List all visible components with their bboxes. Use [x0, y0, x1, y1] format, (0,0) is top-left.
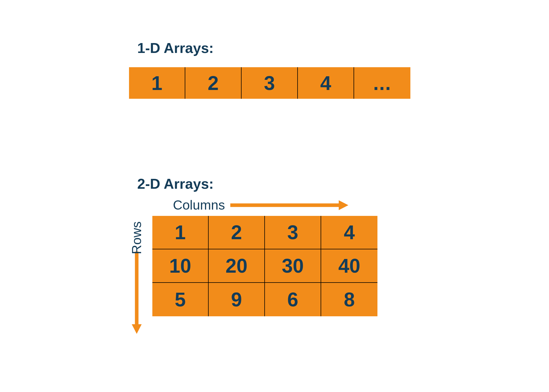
grid-cell: 1 — [152, 216, 209, 249]
grid-row: 5 9 6 8 — [152, 283, 377, 316]
one-d-cell: 3 — [242, 67, 298, 99]
grid-cell: 3 — [265, 216, 321, 249]
grid-row: 1 2 3 4 — [152, 216, 377, 249]
one-d-cell: 2 — [185, 67, 242, 99]
arrow-right-icon — [230, 200, 348, 211]
columns-label: Columns — [173, 198, 225, 213]
one-d-title: 1-D Arrays: — [137, 40, 410, 56]
grid-cell: 5 — [152, 283, 209, 316]
two-d-wrap: Rows 1 2 3 4 10 20 30 40 5 9 6 — [129, 216, 377, 334]
one-d-section: 1-D Arrays: 1 2 3 4 ... — [129, 40, 410, 99]
grid-cell: 20 — [209, 249, 265, 283]
arrow-down-icon — [131, 252, 142, 334]
grid-cell: 40 — [321, 249, 377, 283]
two-d-title: 2-D Arrays: — [137, 176, 377, 192]
one-d-cell: 4 — [298, 67, 354, 99]
two-d-section: 2-D Arrays: Columns Rows 1 2 3 4 10 20 — [129, 176, 377, 334]
rows-label: Rows — [129, 221, 144, 254]
rows-label-wrap: Rows — [129, 216, 144, 334]
one-d-array: 1 2 3 4 ... — [129, 67, 410, 99]
grid-cell: 2 — [209, 216, 265, 249]
one-d-cell: 1 — [129, 67, 185, 99]
two-d-grid: 1 2 3 4 10 20 30 40 5 9 6 8 — [152, 216, 377, 316]
svg-marker-1 — [339, 200, 348, 210]
grid-cell: 30 — [265, 249, 321, 283]
grid-cell: 9 — [209, 283, 265, 316]
grid-cell: 8 — [321, 283, 377, 316]
grid-cell: 10 — [152, 249, 209, 283]
grid-cell: 4 — [321, 216, 377, 249]
grid-row: 10 20 30 40 — [152, 249, 377, 283]
svg-marker-3 — [132, 324, 142, 334]
grid-cell: 6 — [265, 283, 321, 316]
columns-label-wrap: Columns — [173, 198, 377, 213]
one-d-cell-ellipsis: ... — [354, 67, 410, 99]
